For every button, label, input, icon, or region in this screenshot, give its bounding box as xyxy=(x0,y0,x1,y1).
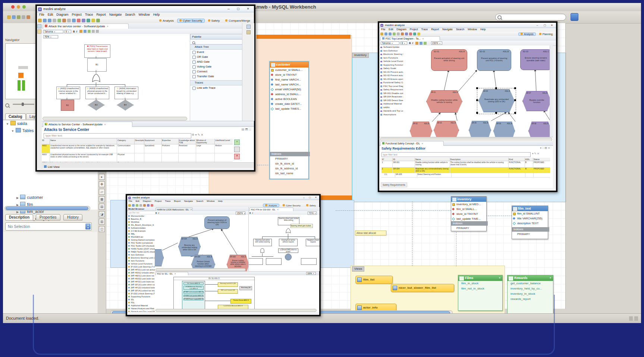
footer-tab[interactable]: Safety Requirements xyxy=(381,182,407,187)
tab-history[interactable]: History xyxy=(63,214,82,220)
layer-customers-titlebar[interactable] xyxy=(257,35,351,39)
zoom-combo[interactable]: 100% xyxy=(306,272,316,275)
attacks-table-header[interactable]: ID Name Category Description Equipment E… xyxy=(42,139,233,144)
tree-item[interactable]: SR-004 Reactivate any un... xyxy=(379,95,403,99)
zoom-combo[interactable]: 150% xyxy=(431,41,442,45)
view-nicer-but-slower-film-list[interactable]: nicer_but_slower_film_list xyxy=(391,284,454,292)
italic-button[interactable]: I xyxy=(76,30,77,33)
perspective-cyber-security[interactable]: Cyber Security xyxy=(177,19,204,23)
layer-inventory-label[interactable]: Inventory xyxy=(352,53,369,58)
perspective-planning[interactable]: Planning xyxy=(537,32,555,36)
navigator-minimap[interactable] xyxy=(5,43,36,99)
tree-item[interactable]: SoftwareUpdate xyxy=(379,46,403,49)
palette-tool[interactable]: Event xyxy=(190,50,242,54)
table-column[interactable]: description TEXT xyxy=(512,221,548,226)
minimize-icon[interactable] xyxy=(17,5,20,9)
arch-block[interactable]: IF MW Activate Steering Lock ASIL B xyxy=(183,286,204,290)
attack-leaf-undeveloped[interactable]: B3 xyxy=(88,100,105,110)
menu-item[interactable]: Report xyxy=(96,13,106,18)
eraser-tool-icon[interactable]: ▱ xyxy=(99,189,105,195)
tree-item[interactable]: RBL xyxy=(127,232,155,235)
tree-item[interactable]: SR-001 Disable cutting fu... xyxy=(379,92,403,95)
tree-item[interactable]: Assumptions xyxy=(379,113,403,117)
panel-header-icons[interactable]: ▾ ⛶ ▤ ✕ xyxy=(540,147,550,150)
fill-color-icon[interactable] xyxy=(424,42,427,45)
index-row[interactable]: idx_fk_address_id xyxy=(270,166,308,171)
minimize-icon[interactable]: – xyxy=(301,195,307,200)
tab-properties[interactable]: Properties xyxy=(36,214,60,220)
stepper-icon[interactable]: ▲▼ xyxy=(85,223,91,229)
w1-canvas-hscroll[interactable] xyxy=(43,117,187,120)
workbench-toolbar-icons[interactable] xyxy=(6,13,40,21)
tree-item[interactable]: [MF-HD02] Lock locks too early (i.e. w..… xyxy=(127,277,155,280)
table-column[interactable]: last_name VARCH... xyxy=(270,82,308,87)
bold-button[interactable]: B xyxy=(73,30,75,33)
palette-header[interactable]: Palette xyxy=(190,34,242,40)
tree-item[interactable]: Electronic Steering Lock (3 traces) xyxy=(127,256,155,259)
menu-item[interactable]: File xyxy=(39,13,44,18)
zoom-icon[interactable] xyxy=(5,102,9,109)
zoom-slider-thumb[interactable] xyxy=(22,103,24,106)
menu-item[interactable]: Search xyxy=(196,200,203,203)
w3-title-bar[interactable]: mmedini analyze – ▢ ✕ xyxy=(379,23,556,28)
menu-item[interactable]: Report xyxy=(431,28,439,32)
table-inventory-header[interactable]: inventory xyxy=(451,197,486,202)
tree-item[interactable]: [MF-HD01] Unlocks when lock is requ... xyxy=(127,271,155,274)
line-color-icon[interactable] xyxy=(84,30,87,33)
fta-subnode[interactable] xyxy=(266,258,282,265)
tree-item[interactable]: Supporting Functions xyxy=(379,63,403,67)
bold-button[interactable]: B xyxy=(155,212,157,214)
w2-perspective-bar[interactable]: Analysis Cyber Security Safety xyxy=(262,204,318,207)
table-column[interactable]: active BOOLEAN xyxy=(270,97,308,101)
outline-icon[interactable] xyxy=(37,29,41,34)
minimize-icon[interactable]: – xyxy=(225,6,232,12)
table-column[interactable]: store_id TINYINT xyxy=(270,72,308,77)
fta-basic-event[interactable]: ● [DriverCMD] short to power xyxy=(278,248,298,253)
tree-item[interactable]: Getting Started (completed) xyxy=(127,238,155,241)
bold-button[interactable]: B xyxy=(409,42,411,44)
menu-item[interactable]: Window xyxy=(468,28,477,32)
tree-item[interactable]: FSC Top-Level Diagram xyxy=(379,85,403,88)
zoom-combo[interactable]: 70% xyxy=(308,212,317,215)
tree-item[interactable]: Workflow xyxy=(127,220,155,223)
add-row-button[interactable]: + xyxy=(234,140,240,145)
w2-left-hscroll[interactable] xyxy=(155,268,246,271)
model-browser-filter[interactable]: type filter text xyxy=(127,211,155,214)
table-customer-header[interactable]: customer xyxy=(270,62,308,68)
menu-item[interactable]: Report xyxy=(174,200,181,203)
tree-item[interactable]: Safety Goals xyxy=(379,67,403,71)
palette-group-traces[interactable]: Traces xyxy=(190,80,242,85)
safety-req-partial[interactable]: SR-02ASIL B xyxy=(410,122,432,137)
table-row[interactable]: A002 Unauthorized internet access to the… xyxy=(42,144,233,153)
w3-vscrollbar[interactable] xyxy=(550,46,553,137)
table-inventory[interactable]: inventory inventory_id MED...film_id SMA… xyxy=(451,196,487,231)
index-row[interactable]: idx_last_name xyxy=(270,171,308,176)
tree-item[interactable]: Safety Requirements xyxy=(379,88,403,92)
menu-item[interactable]: Search xyxy=(125,13,135,18)
table-row[interactable]: 2.1 SR-005 Detect Steering unit Position xyxy=(381,173,550,178)
tab-catalog[interactable]: Catalog xyxy=(5,113,26,119)
w3-menubar[interactable]: FileEditDiagramProjectTraceReportNavigat… xyxy=(379,28,556,32)
perspective-cyber-security[interactable]: Cyber Security xyxy=(280,204,303,207)
fta-basic-event-circle[interactable] xyxy=(285,254,292,260)
w1-menubar[interactable]: FileEditDiagramProjectTraceReportNavigat… xyxy=(37,12,254,18)
tab-description[interactable]: Description xyxy=(5,214,33,220)
hand-tool-icon[interactable]: ✥ xyxy=(99,181,105,187)
menu-item[interactable]: File xyxy=(129,200,132,203)
zoom-combo[interactable]: 150% xyxy=(236,212,245,215)
tree-item[interactable]: FMEA Toolkit (11/41 checked) xyxy=(127,250,155,253)
menu-item[interactable]: Window xyxy=(138,13,150,18)
maximize-icon[interactable]: ▢ xyxy=(542,23,548,28)
tree-item[interactable]: Hazards and Top Level Eff... xyxy=(379,109,403,113)
w1-panel-tab[interactable]: Attacks to Service Center - SoftwareUpda… xyxy=(43,122,132,127)
tree-item[interactable]: Item Functions xyxy=(379,56,403,60)
routine-row[interactable]: film_not_in_stock xyxy=(458,286,502,291)
arrange-icon[interactable] xyxy=(96,30,99,33)
tree-item[interactable]: Item Definition xyxy=(379,49,403,53)
menu-item[interactable]: Help xyxy=(218,200,223,203)
attack-child-1[interactable]: ⚠ [A002] Unauthorized internet access to… xyxy=(56,87,80,99)
minimize-icon[interactable]: – xyxy=(534,23,540,28)
menu-item[interactable]: Diagram xyxy=(143,200,151,203)
palette-tool[interactable]: Link with Trace xyxy=(190,85,242,90)
maximize-icon[interactable]: ▢ xyxy=(307,195,312,200)
